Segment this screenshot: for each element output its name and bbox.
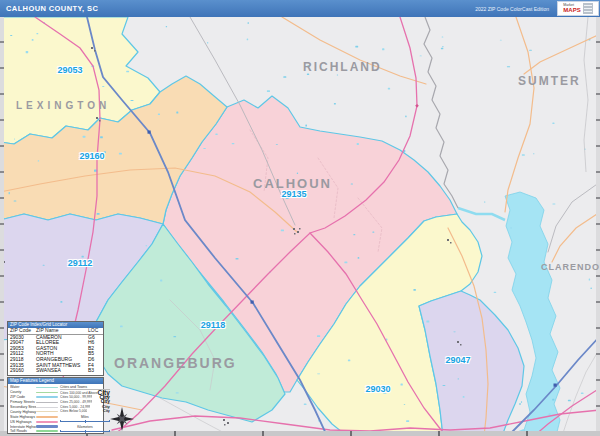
marketmaps-logo: Market MAPS (557, 1, 599, 16)
map-features-panel: Map Features Legend WaterCountyZIP CodeP… (7, 377, 104, 434)
logo-text-bottom: MAPS (563, 7, 580, 13)
city-size-row: Cities Below 5,000City (60, 409, 110, 414)
logo-fineprint-block (583, 3, 593, 14)
city-size-list: Cities 100,000 and AboveCityCities 50,00… (60, 391, 110, 414)
scale-bar-kilometers: Kilometers (60, 426, 110, 433)
feature-list: WaterCountyZIP CodePrimary StreetsSecond… (10, 385, 58, 434)
map-title: CALHOUN COUNTY, SC (6, 4, 98, 13)
title-bar: CALHOUN COUNTY, SC 2022 ZIP Code ColorCa… (0, 0, 600, 17)
scale-bar-miles: Miles (60, 416, 110, 423)
compass-rose-icon (108, 405, 136, 433)
feature-row: Toll Roads (10, 429, 58, 434)
left-grid-ruler (0, 17, 4, 436)
zip-index-panel: ZIP Code Index/Grid Locator ZIP Code ZIP… (7, 321, 104, 376)
edition-label: 2022 ZIP Code ColorCast Edition (475, 6, 549, 12)
city-size-row: Cities 5,000 - 24,999City (60, 404, 110, 409)
map-document: { "header": { "title": "CALHOUN COUNTY, … (0, 0, 600, 436)
zip-index-row: 29160SWANSEAB3 (8, 368, 103, 374)
right-grid-ruler (596, 17, 600, 436)
